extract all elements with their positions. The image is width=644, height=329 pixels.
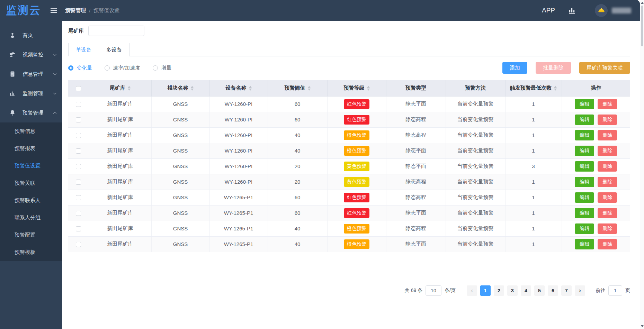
actions-cell: 编辑删除 (562, 205, 630, 221)
goto-page-input[interactable] (608, 285, 622, 296)
submenu-item-warning-value-settings[interactable]: 预警值设置 (0, 157, 62, 174)
delete-button[interactable]: 删除 (598, 192, 617, 203)
sort-carets-icon[interactable] (191, 86, 194, 91)
pond-warning-link-button[interactable]: 尾矿库预警关联 (579, 62, 630, 74)
radio-increment[interactable]: 增量 (153, 65, 171, 71)
batch-delete-button[interactable]: 批量删除 (536, 62, 571, 74)
delete-button[interactable]: 删除 (598, 161, 617, 172)
next-page-button[interactable]: › (575, 285, 585, 296)
submenu-item-warning-info[interactable]: 预警信息 (0, 122, 62, 140)
sidebar-item-label: 信息管理 (23, 71, 53, 77)
tab-single-device[interactable]: 单设备 (68, 43, 99, 56)
sidebar-item-monitoring-management[interactable]: 监测管理 (0, 84, 62, 103)
page-size-input[interactable] (426, 285, 441, 296)
delete-button[interactable]: 删除 (598, 99, 617, 109)
page-button-2[interactable]: 2 (494, 285, 504, 296)
edit-button[interactable]: 编辑 (575, 146, 594, 156)
edit-button[interactable]: 编辑 (575, 99, 594, 109)
submenu-item-warning-config[interactable]: 预警配置 (0, 226, 62, 244)
delete-button[interactable]: 删除 (598, 177, 617, 187)
row-checkbox[interactable] (76, 164, 81, 169)
edit-button[interactable]: 编辑 (575, 208, 594, 218)
sort-carets-icon[interactable] (367, 86, 370, 91)
warning-method-cell: 当前变化量预警 (446, 221, 505, 236)
edit-button[interactable]: 编辑 (575, 130, 594, 140)
page-button-7[interactable]: 7 (561, 285, 572, 296)
row-checkbox[interactable] (76, 102, 81, 107)
scroll-up-icon[interactable] (641, 2, 644, 4)
page-scrollbar[interactable] (640, 0, 644, 329)
page-button-5[interactable]: 5 (534, 285, 545, 296)
page-button-1[interactable]: 1 (480, 285, 491, 296)
scroll-down-icon[interactable] (641, 325, 644, 327)
edit-button[interactable]: 编辑 (575, 115, 594, 125)
statistics-icon[interactable] (568, 7, 576, 14)
delete-button[interactable]: 删除 (598, 223, 617, 234)
delete-button[interactable]: 删除 (598, 130, 617, 140)
app-link[interactable]: APP (542, 7, 555, 14)
sort-carets-icon[interactable] (308, 86, 311, 91)
edit-button[interactable]: 编辑 (575, 239, 594, 249)
submenu-item-warning-association[interactable]: 预警关联 (0, 174, 62, 192)
submenu-item-warning-contacts[interactable]: 预警联系人 (0, 192, 62, 209)
col-header-tailings-pond[interactable]: 尾矿库 (89, 80, 151, 96)
avatar[interactable] (595, 4, 608, 17)
scrollbar-thumb[interactable] (641, 6, 643, 46)
prev-page-button[interactable]: ‹ (467, 285, 477, 296)
radio-change-amount[interactable]: 变化量 (68, 65, 92, 71)
row-checkbox[interactable] (76, 242, 81, 247)
col-header-min-trigger-count[interactable]: 触发预警最低次数 (505, 80, 562, 96)
sort-carets-icon[interactable] (554, 86, 557, 91)
table-row: 新田尾矿库GNSSWY-1265-P140橙色预警静态平面当前变化量预警1编辑删… (68, 236, 630, 252)
edit-button[interactable]: 编辑 (575, 177, 594, 187)
col-header-device-name[interactable]: 设备名称 (209, 80, 268, 96)
edit-button[interactable]: 编辑 (575, 161, 594, 172)
device-name-cell: WY-1265-P1 (209, 236, 268, 252)
sidebar-item-warning-management[interactable]: 预警管理 (0, 103, 62, 122)
page-button-4[interactable]: 4 (521, 285, 531, 296)
delete-button[interactable]: 删除 (598, 115, 617, 125)
sort-carets-icon[interactable] (249, 86, 252, 91)
row-checkbox[interactable] (76, 133, 81, 138)
module-name-cell: GNSS (151, 221, 209, 236)
row-checkbox[interactable] (76, 117, 81, 122)
navbar-right: APP (542, 4, 631, 17)
sidebar-item-video-monitoring[interactable]: 视频监控 (0, 45, 62, 64)
submenu-item-contact-groups[interactable]: 联系人分组 (0, 209, 62, 226)
row-checkbox[interactable] (76, 211, 81, 216)
total-count-label: 共 69 条 (405, 287, 422, 294)
submenu-item-warning-template[interactable]: 预警模板 (0, 244, 62, 261)
edit-button[interactable]: 编辑 (575, 192, 594, 203)
radio-rate-acceleration[interactable]: 速率/加速度 (105, 65, 140, 71)
threshold-cell: 40 (268, 127, 327, 143)
warning-method-cell: 当前变化量预警 (446, 190, 505, 205)
col-header-label: 触发预警最低次数 (510, 85, 552, 91)
hamburger-menu-icon[interactable] (51, 8, 57, 13)
edit-button[interactable]: 编辑 (575, 223, 594, 234)
breadcrumb-section[interactable]: 预警管理 (65, 7, 86, 14)
sort-carets-icon[interactable] (128, 86, 131, 91)
page-button-3[interactable]: 3 (507, 285, 518, 296)
delete-button[interactable]: 删除 (598, 208, 617, 218)
col-header-module-name[interactable]: 模块名称 (151, 80, 209, 96)
tailings-pond-filter-input[interactable] (88, 26, 144, 36)
sidebar-item-info-management[interactable]: 信息管理 (0, 64, 62, 84)
sidebar-item-home[interactable]: 首页 (0, 26, 62, 45)
tab-multi-device[interactable]: 多设备 (99, 43, 129, 56)
tailings-pond-cell: 新田尾矿库 (89, 96, 151, 112)
add-button[interactable]: 添加 (502, 62, 527, 74)
row-checkbox[interactable] (76, 226, 81, 231)
col-header-threshold[interactable]: 预警阈值 (268, 80, 327, 96)
page-button-6[interactable]: 6 (548, 285, 558, 296)
delete-button[interactable]: 删除 (598, 146, 617, 156)
row-checkbox[interactable] (76, 180, 81, 185)
delete-button[interactable]: 删除 (598, 239, 617, 249)
col-header-warning-level[interactable]: 预警等级 (327, 80, 386, 96)
min-trigger-count-cell: 1 (505, 205, 562, 221)
row-checkbox[interactable] (76, 195, 81, 200)
select-all-checkbox[interactable] (76, 86, 81, 91)
submenu-item-warning-report[interactable]: 预警报表 (0, 140, 62, 157)
submenu-item-label: 预警配置 (15, 232, 35, 238)
username-redacted[interactable] (612, 8, 631, 13)
row-checkbox[interactable] (76, 148, 81, 154)
